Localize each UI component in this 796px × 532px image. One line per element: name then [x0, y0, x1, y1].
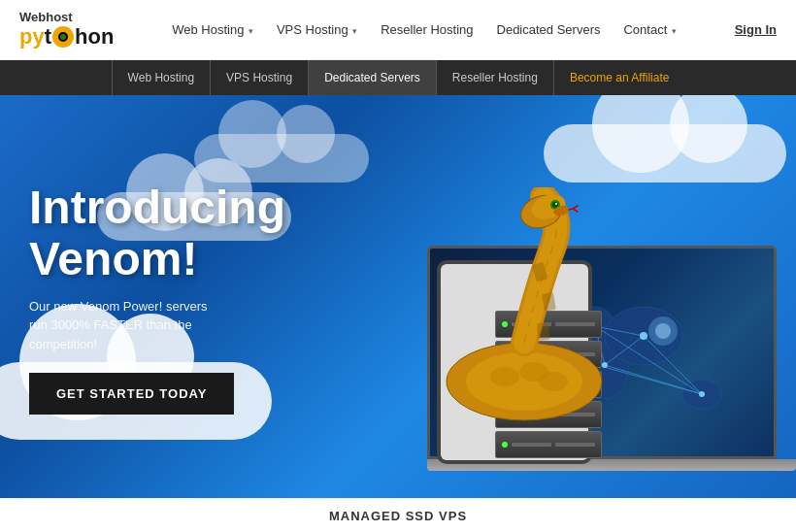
svg-point-25 [539, 372, 568, 391]
sub-nav-affiliate[interactable]: Become an Affiliate [554, 60, 685, 95]
hero-text-block: Introducing Venom! Our new Venom Power! … [29, 183, 285, 415]
logo-webhost-text: Webhost [19, 10, 73, 24]
cloud-extra [194, 134, 369, 183]
logo-t: t [45, 24, 51, 50]
bottom-label: MANAGED SSD VPS [329, 509, 467, 523]
nav-contact-arrow: ▾ [669, 26, 677, 36]
sub-nav-reseller-hosting[interactable]: Reseller Hosting [437, 60, 554, 95]
bottom-bar: MANAGED SSD VPS [0, 498, 796, 532]
svg-point-20 [655, 323, 671, 339]
snake-svg [398, 187, 650, 459]
logo[interactable]: Webhost p y t hon [19, 10, 114, 50]
main-navigation: Web Hosting ▾ VPS Hosting ▾ Reseller Hos… [162, 17, 686, 43]
sign-in-link[interactable]: Sign In [735, 22, 777, 37]
hero-section: Introducing Venom! Our new Venom Power! … [0, 95, 796, 498]
hero-title-line2: Venom! [29, 234, 285, 285]
svg-point-30 [555, 203, 557, 205]
hero-title: Introducing Venom! [29, 183, 285, 285]
logo-y: y [32, 24, 44, 50]
nav-dedicated-servers[interactable]: Dedicated Servers [487, 17, 611, 43]
nav-web-hosting[interactable]: Web Hosting ▾ [162, 17, 263, 43]
sub-nav-dedicated-servers[interactable]: Dedicated Servers [309, 60, 437, 95]
logo-py: p [19, 24, 32, 50]
nav-contact[interactable]: Contact ▾ [614, 17, 685, 43]
svg-point-29 [552, 202, 558, 208]
snake-eye-icon [52, 26, 74, 48]
hero-title-line1: Introducing [29, 183, 285, 234]
nav-vps-hosting[interactable]: VPS Hosting ▾ [267, 17, 367, 43]
logo-hon: hon [75, 24, 114, 50]
sub-navigation: Web Hosting VPS Hosting Dedicated Server… [0, 60, 796, 95]
header: Webhost p y t hon Web Hosting ▾ VPS Host… [0, 0, 796, 60]
nav-reseller-hosting[interactable]: Reseller Hosting [371, 17, 482, 43]
nav-web-hosting-arrow: ▾ [246, 26, 253, 36]
sub-nav-web-hosting[interactable]: Web Hosting [112, 60, 211, 95]
snake-illustration [398, 187, 650, 459]
svg-rect-34 [537, 322, 550, 341]
svg-point-17 [699, 391, 705, 397]
device-display [388, 168, 796, 479]
nav-vps-arrow: ▾ [350, 26, 358, 36]
svg-point-23 [490, 367, 519, 386]
hero-cta-button[interactable]: GET STARTED TODAY [29, 373, 234, 415]
sub-nav-vps-hosting[interactable]: VPS Hosting [211, 60, 309, 95]
hero-subtitle: Our new Venom Power! servers run 3000% F… [29, 297, 223, 354]
